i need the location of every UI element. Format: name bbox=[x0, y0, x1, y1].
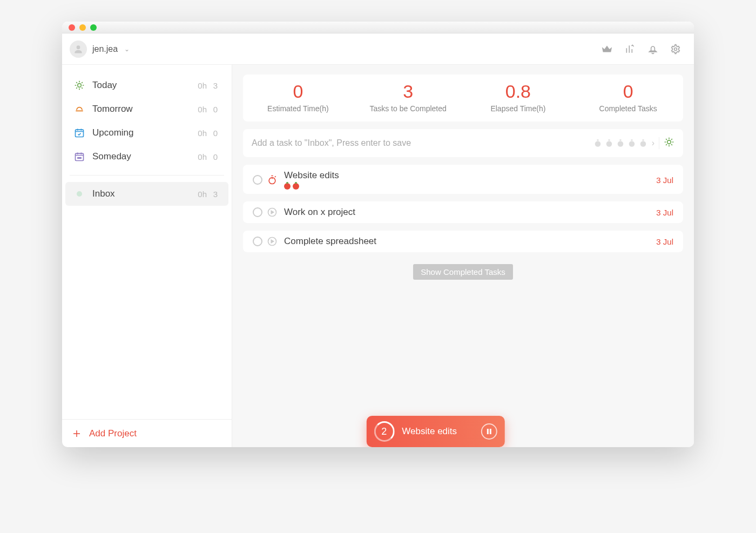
timer-widget[interactable]: 2 Website edits bbox=[366, 416, 504, 447]
stats-icon[interactable] bbox=[625, 44, 636, 55]
sidebar-item-hours: 0h bbox=[188, 81, 207, 90]
task-row[interactable]: Website edits 3 Jul bbox=[243, 165, 683, 194]
stat-label: Completed Tasks bbox=[573, 104, 683, 113]
add-project-button[interactable]: Add Project bbox=[62, 419, 232, 447]
app-window: jen.jea ⌄ Today 0h bbox=[62, 22, 694, 447]
svg-rect-4 bbox=[76, 130, 84, 137]
svg-rect-24 bbox=[489, 429, 491, 434]
task-date: 3 Jul bbox=[656, 208, 673, 217]
topbar: jen.jea ⌄ bbox=[62, 33, 694, 65]
stopwatch-icon bbox=[627, 138, 637, 148]
task-content: Complete spreadsheet bbox=[284, 236, 656, 247]
sidebar-item-count: 0 bbox=[207, 129, 218, 138]
task-title: Work on x project bbox=[284, 207, 656, 218]
pomodoro-estimate-picker[interactable]: › bbox=[593, 138, 654, 148]
sidebar-divider bbox=[70, 175, 224, 176]
window-titlebar bbox=[62, 22, 694, 33]
gear-icon[interactable] bbox=[670, 44, 681, 55]
pause-button[interactable] bbox=[481, 423, 497, 440]
tomato-icon bbox=[284, 183, 291, 190]
sidebar-item-someday[interactable]: Someday 0h 0 bbox=[65, 145, 228, 168]
divider bbox=[659, 137, 659, 149]
sunset-icon bbox=[73, 104, 86, 114]
due-today-icon[interactable] bbox=[664, 137, 674, 150]
stopwatch-icon[interactable] bbox=[267, 174, 278, 185]
task-content: Website edits bbox=[284, 170, 656, 190]
add-project-label: Add Project bbox=[89, 428, 137, 439]
topbar-actions bbox=[601, 43, 681, 55]
timer-task-label: Website edits bbox=[402, 426, 481, 437]
svg-point-11 bbox=[606, 141, 612, 147]
stopwatch-icon bbox=[638, 138, 648, 148]
task-title: Complete spreadsheet bbox=[284, 236, 656, 247]
crown-icon[interactable] bbox=[601, 43, 613, 55]
svg-rect-16 bbox=[631, 139, 632, 140]
chevron-down-icon: ⌄ bbox=[124, 45, 130, 53]
svg-point-15 bbox=[629, 141, 634, 147]
show-completed-button[interactable]: Show Completed Tasks bbox=[413, 264, 512, 280]
calendar-ellipsis-icon bbox=[73, 151, 86, 162]
sidebar-item-label: Tomorrow bbox=[92, 104, 188, 114]
avatar bbox=[70, 41, 87, 58]
task-row[interactable]: Work on x project 3 Jul bbox=[243, 201, 683, 223]
close-window-button[interactable] bbox=[69, 24, 75, 31]
task-date: 3 Jul bbox=[656, 237, 673, 246]
task-row[interactable]: Complete spreadsheet 3 Jul bbox=[243, 231, 683, 252]
stat-value: 0 bbox=[573, 81, 683, 102]
main-content: 0 Estimated Time(h) 3 Tasks to be Comple… bbox=[232, 65, 694, 447]
stopwatch-icon bbox=[593, 138, 603, 148]
svg-point-7 bbox=[79, 158, 80, 159]
svg-rect-14 bbox=[619, 139, 621, 140]
svg-rect-10 bbox=[597, 139, 598, 140]
app-body: Today 0h 3 Tomorrow 0h 0 Upcoming 0h 0 bbox=[62, 65, 694, 447]
stat-value: 0.8 bbox=[463, 81, 573, 102]
bell-icon[interactable] bbox=[647, 44, 658, 55]
task-title: Website edits bbox=[284, 170, 656, 181]
sidebar-item-label: Someday bbox=[92, 151, 188, 162]
task-date: 3 Jul bbox=[656, 176, 673, 185]
sidebar-item-label: Inbox bbox=[92, 188, 188, 199]
svg-point-2 bbox=[78, 84, 82, 87]
stat-label: Elapsed Time(h) bbox=[463, 104, 573, 113]
svg-point-17 bbox=[640, 141, 646, 147]
stat-label: Estimated Time(h) bbox=[243, 104, 353, 113]
stat-elapsed-time: 0.8 Elapsed Time(h) bbox=[463, 81, 573, 113]
svg-rect-12 bbox=[608, 139, 610, 140]
sidebar-item-tomorrow[interactable]: Tomorrow 0h 0 bbox=[65, 97, 228, 121]
sidebar-item-count: 3 bbox=[207, 81, 218, 90]
stat-estimated-time: 0 Estimated Time(h) bbox=[243, 81, 353, 113]
timer-countdown: 2 bbox=[374, 421, 394, 442]
task-content: Work on x project bbox=[284, 207, 656, 218]
play-icon[interactable] bbox=[267, 207, 278, 218]
maximize-window-button[interactable] bbox=[90, 24, 97, 31]
task-checkbox[interactable] bbox=[253, 175, 262, 185]
sidebar-item-hours: 0h bbox=[188, 152, 207, 161]
sidebar-item-upcoming[interactable]: Upcoming 0h 0 bbox=[65, 121, 228, 145]
sidebar-item-today[interactable]: Today 0h 3 bbox=[65, 73, 228, 97]
task-checkbox[interactable] bbox=[253, 237, 262, 246]
stat-label: Tasks to be Completed bbox=[353, 104, 463, 113]
chevron-right-icon: › bbox=[652, 138, 654, 148]
add-task-input[interactable] bbox=[252, 138, 593, 148]
sidebar-item-inbox[interactable]: Inbox 0h 3 bbox=[65, 182, 228, 206]
minimize-window-button[interactable] bbox=[79, 24, 86, 31]
stat-value: 3 bbox=[353, 81, 463, 102]
svg-point-8 bbox=[80, 158, 82, 159]
stat-value: 0 bbox=[243, 81, 353, 102]
sidebar-item-count: 3 bbox=[207, 190, 218, 199]
sidebar-item-label: Upcoming bbox=[92, 127, 188, 138]
play-icon[interactable] bbox=[267, 236, 278, 247]
pomodoro-count bbox=[284, 183, 656, 190]
svg-point-13 bbox=[617, 141, 623, 147]
svg-rect-18 bbox=[642, 139, 644, 140]
stopwatch-icon bbox=[604, 138, 614, 148]
tomato-icon bbox=[293, 183, 299, 190]
task-checkbox[interactable] bbox=[253, 207, 262, 217]
sidebar-item-count: 0 bbox=[207, 105, 218, 114]
sun-icon bbox=[73, 80, 86, 91]
sidebar: Today 0h 3 Tomorrow 0h 0 Upcoming 0h 0 bbox=[62, 65, 232, 447]
sidebar-item-label: Today bbox=[92, 80, 188, 91]
user-menu-button[interactable]: jen.jea ⌄ bbox=[70, 41, 130, 58]
sidebar-item-hours: 0h bbox=[188, 129, 207, 138]
svg-point-1 bbox=[674, 48, 677, 50]
